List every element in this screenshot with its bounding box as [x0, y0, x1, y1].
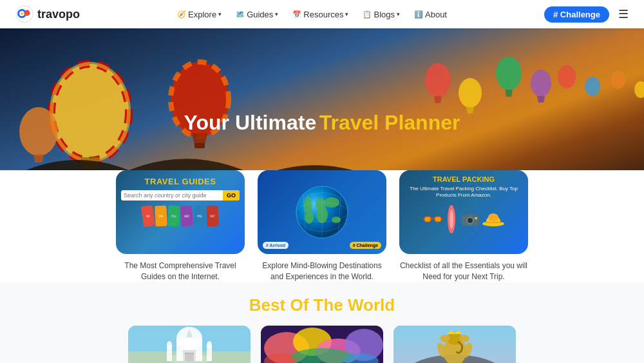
- travel-guides-books: IN PA CU RO PO NY: [142, 206, 218, 226]
- travel-packing-image[interactable]: TRAVEL PACKING The Ultimate Travel Packi…: [399, 170, 528, 254]
- best-section: Best Of The World: [0, 282, 644, 363]
- surfboard-icon: [445, 203, 458, 235]
- travel-guides-card: TRAVEL GUIDES GO IN PA CU RO PO NY: [116, 170, 245, 282]
- travel-guides-search-btn[interactable]: GO: [223, 190, 240, 201]
- svg-point-13: [459, 78, 482, 108]
- globe-caption: Explore Mind-Blowing Destinations and Ex…: [262, 260, 381, 282]
- travel-guides-search-input[interactable]: [121, 190, 223, 201]
- svg-point-15: [531, 70, 551, 97]
- svg-point-3: [21, 12, 23, 15]
- about-label: About: [425, 10, 447, 19]
- svg-point-12: [425, 63, 451, 97]
- guides-chevron: ▾: [275, 11, 278, 17]
- explore-chevron: ▾: [218, 11, 222, 17]
- svg-point-57: [167, 341, 172, 349]
- best-cards-row: [39, 326, 605, 363]
- best-section-title: Best Of The World: [39, 295, 605, 315]
- svg-point-43: [468, 219, 472, 222]
- travel-packing-card: TRAVEL PACKING The Ultimate Travel Packi…: [399, 170, 528, 282]
- svg-point-17: [585, 77, 600, 96]
- blogs-chevron: ▾: [397, 11, 400, 17]
- resources-icon: 📅: [292, 10, 301, 19]
- nav-blogs[interactable]: 📋 Blogs ▾: [363, 10, 400, 19]
- explore-icon: 🧭: [177, 10, 186, 19]
- travel-guides-caption: The Most Comprehensive Travel Guides on …: [124, 260, 236, 282]
- travel-packing-subtitle: The Ultimate Travel Packing Checklist. B…: [404, 186, 523, 199]
- svg-point-59: [207, 341, 212, 349]
- logo[interactable]: travopo: [15, 5, 80, 23]
- svg-rect-35: [435, 217, 441, 222]
- hero-title: Your Ultimate Travel Planner: [184, 111, 460, 135]
- travel-packing-caption: Checklist of all the Essentials you will…: [400, 260, 527, 282]
- nav-explore[interactable]: 🧭 Explore ▾: [177, 10, 222, 19]
- camera-icon: [460, 211, 480, 227]
- travel-guides-image[interactable]: TRAVEL GUIDES GO IN PA CU RO PO NY: [116, 170, 245, 254]
- resources-chevron: ▾: [345, 11, 348, 17]
- globe-badge-challenge: # Challenge: [350, 242, 381, 249]
- svg-point-19: [634, 81, 644, 98]
- holi-image: [261, 326, 383, 363]
- best-card-holi[interactable]: [261, 326, 383, 363]
- nav-guides[interactable]: 🗺️ Guides ▾: [236, 10, 278, 19]
- nav-right: # Challenge ☰: [544, 6, 629, 23]
- svg-point-26: [305, 211, 314, 224]
- hero-title-white: Your Ultimate: [184, 111, 317, 134]
- globe-card: # Arrived # Challenge Explore Mind-Blowi…: [258, 170, 386, 282]
- hamburger-icon[interactable]: ☰: [618, 7, 629, 21]
- best-card-taj[interactable]: [128, 326, 251, 363]
- nav-links: 🧭 Explore ▾ 🗺️ Guides ▾ 📅 Resources ▾ 📋 …: [177, 10, 447, 19]
- sunglasses-icon: [423, 213, 442, 226]
- svg-point-77: [440, 335, 450, 342]
- travel-guides-title: TRAVEL GUIDES: [145, 177, 216, 186]
- guides-label: Guides: [247, 10, 273, 19]
- svg-point-14: [496, 57, 522, 90]
- svg-point-40: [450, 210, 453, 229]
- svg-point-78: [459, 335, 469, 342]
- hat-icon: [482, 212, 504, 226]
- globe-image[interactable]: # Arrived # Challenge: [258, 170, 386, 254]
- nav-about[interactable]: ℹ️ About: [414, 10, 447, 19]
- svg-point-47: [488, 213, 498, 221]
- svg-point-18: [611, 71, 625, 89]
- svg-rect-10: [194, 143, 205, 148]
- navbar: travopo 🧭 Explore ▾ 🗺️ Guides ▾ 📅 Resour…: [0, 0, 644, 28]
- ganesh-image: [393, 326, 516, 363]
- cards-row: TRAVEL GUIDES GO IN PA CU RO PO NY: [39, 170, 605, 282]
- about-icon: ℹ️: [414, 10, 423, 19]
- svg-point-16: [558, 65, 576, 88]
- svg-rect-44: [475, 217, 477, 219]
- svg-rect-34: [424, 217, 431, 222]
- globe-svg: [290, 180, 354, 244]
- svg-point-11: [19, 107, 58, 156]
- resources-label: Resources: [303, 10, 343, 19]
- blogs-label: Blogs: [374, 10, 395, 19]
- logo-text: travopo: [37, 8, 80, 21]
- best-card-ganesh[interactable]: [393, 326, 516, 363]
- logo-icon: [15, 5, 33, 23]
- globe-badge-arrived: # Arrived: [263, 242, 289, 249]
- challenge-button[interactable]: # Challenge: [544, 6, 609, 23]
- cards-section: TRAVEL GUIDES GO IN PA CU RO PO NY: [0, 170, 644, 282]
- packing-items: [423, 203, 504, 235]
- travel-guides-search-bar[interactable]: GO: [121, 190, 240, 201]
- guides-icon: 🗺️: [236, 10, 245, 19]
- hero-title-yellow: Travel Planner: [319, 111, 460, 134]
- taj-mahal-image: [128, 326, 251, 363]
- travel-packing-title: TRAVEL PACKING: [433, 175, 495, 183]
- nav-resources[interactable]: 📅 Resources ▾: [292, 10, 348, 19]
- blogs-icon: 📋: [363, 10, 372, 19]
- explore-label: Explore: [188, 10, 216, 19]
